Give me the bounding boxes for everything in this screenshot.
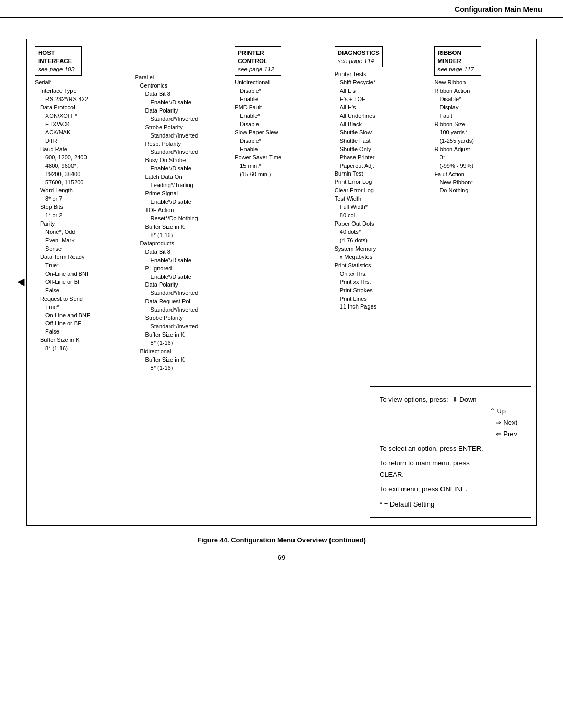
info-line7: CLEAR. (380, 469, 521, 480)
col-host-page: see page 103 (38, 66, 75, 72)
col-ribbon: RIBBONMINDERsee page 117 New Ribbon Ribb… (431, 46, 531, 195)
col-printer-items: Unidirectional Disable* Enable PMD Fault… (235, 79, 328, 178)
info-line1: To view options, press: ⇓ Down (380, 394, 521, 405)
info-box: To view options, press: ⇓ Down ⇑ Up ⇒ Ne… (370, 386, 531, 518)
col-diagnostics-items: Printer Tests Shift Recycle* All E's E's… (335, 70, 429, 311)
col-ribbon-page: see page 117 (437, 66, 474, 72)
figure-caption: Figure 44. Configuration Menu Overview (… (26, 536, 537, 544)
header-title: Configuration Main Menu (455, 5, 542, 14)
col-diagnostics: DIAGNOSTICSsee page 114 Printer Tests Sh… (332, 46, 432, 311)
col-printer-page: see page 112 (238, 66, 274, 72)
col-diagnostics-header: DIAGNOSTICSsee page 114 (335, 46, 383, 67)
main-content: ◄ HOSTINTERFACEsee page 103 Serial* Inte… (0, 18, 563, 582)
info-line8: To exit menu, press ONLINE. (380, 484, 521, 495)
info-line3: ⇒ Next (380, 417, 521, 428)
info-line4: ⇐ Prev (380, 428, 521, 440)
info-line6: To return to main menu, press (380, 458, 521, 469)
left-arrow-icon: ◄ (15, 275, 27, 289)
info-line2: ⇑ Up (380, 405, 521, 417)
col-diagnostics-page: see page 114 (338, 58, 374, 64)
col-parallel: Parallel Centronics Data Bit 8 Enable*/D… (132, 46, 232, 373)
col-ribbon-header: RIBBONMINDERsee page 117 (434, 46, 481, 76)
columns-container: HOSTINTERFACEsee page 103 Serial* Interf… (32, 46, 531, 373)
info-box-row: To view options, press: ⇓ Down ⇑ Up ⇒ Ne… (32, 381, 531, 518)
page-header: Configuration Main Menu (0, 0, 563, 18)
info-line9: * = Default Setting (380, 499, 521, 510)
col-parallel-items: Parallel Centronics Data Bit 8 Enable*/D… (135, 73, 229, 373)
diagram-area: ◄ HOSTINTERFACEsee page 103 Serial* Inte… (26, 39, 537, 526)
info-line5: To select an option, press ENTER. (380, 443, 521, 454)
col-printer: PRINTERCONTROLsee page 112 Unidirectiona… (231, 46, 332, 179)
page-number: 69 (26, 553, 537, 561)
col-host-items: Serial* Interface Type RS-232*/RS-422 Da… (35, 79, 129, 353)
col-host: HOSTINTERFACEsee page 103 Serial* Interf… (32, 46, 132, 353)
col-ribbon-items: New Ribbon Ribbon Action Disable* Displa… (434, 79, 528, 195)
col-printer-header: PRINTERCONTROLsee page 112 (235, 46, 282, 76)
col-host-header: HOSTINTERFACEsee page 103 (35, 46, 82, 76)
